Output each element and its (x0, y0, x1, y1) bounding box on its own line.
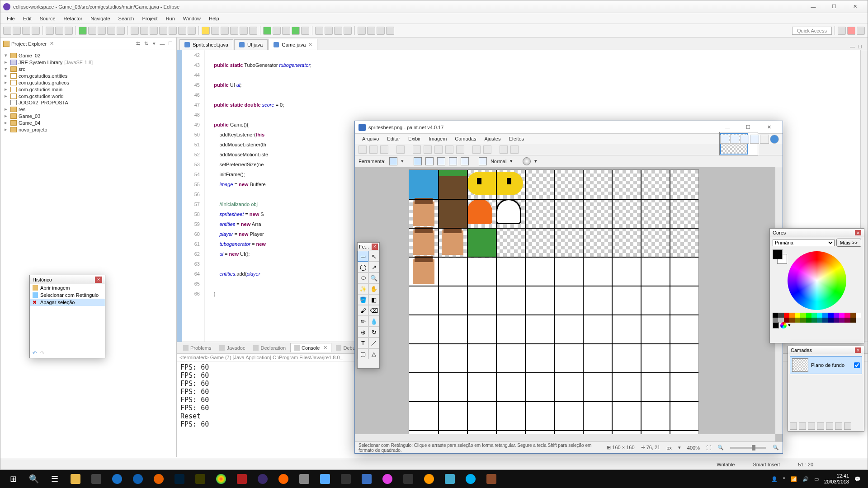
menu-search[interactable]: Search (115, 15, 138, 22)
crop-icon[interactable] (445, 145, 453, 154)
toolbar-button[interactable] (240, 27, 248, 35)
antialias-icon[interactable] (523, 157, 531, 165)
canvas-viewport[interactable] (355, 167, 783, 441)
perspective-button[interactable] (838, 27, 846, 35)
close-panel-icon[interactable]: × (855, 347, 861, 353)
history-item-selected[interactable]: ✖Apagar seleção (30, 299, 105, 306)
toolbar-button[interactable] (202, 27, 210, 35)
editor-tab[interactable]: UI.java (234, 39, 268, 50)
palette-swatch[interactable] (789, 313, 795, 318)
toolbar-button[interactable] (107, 27, 115, 35)
tree-item[interactable]: novo_projeto (19, 127, 47, 132)
taskbar-app[interactable] (148, 470, 169, 488)
palette-swatch[interactable] (800, 313, 806, 318)
color-palette[interactable] (773, 313, 861, 323)
palette-swatch[interactable] (822, 318, 828, 323)
minimize-button[interactable]: — (803, 2, 823, 12)
tree-item[interactable]: JOGO#2_PROPOSTA (19, 100, 68, 105)
tool-text[interactable]: T (358, 338, 368, 348)
grid-icon[interactable] (500, 145, 508, 154)
taskbar-app[interactable] (190, 470, 211, 488)
menu-run[interactable]: Run (162, 15, 179, 22)
eclipse-titlebar[interactable]: eclipse-workspace - Game_03/src/com/gcst… (0, 0, 868, 13)
toolbar-button[interactable] (159, 27, 167, 35)
menu-file[interactable]: File (3, 15, 19, 22)
zoom-in-icon[interactable]: 🔍 (773, 445, 779, 450)
menu-efeitos[interactable]: Efeitos (505, 136, 528, 142)
menu-refactor[interactable]: Refactor (60, 15, 86, 22)
palette-swatch[interactable] (806, 318, 811, 323)
palette-swatch[interactable] (850, 318, 856, 323)
palette-swatch[interactable] (850, 313, 856, 318)
toolbar-button[interactable] (169, 27, 177, 35)
toolbar-button[interactable] (344, 27, 352, 35)
menu-source[interactable]: Source (36, 15, 59, 22)
tray-lang-icon[interactable]: ▭ (814, 476, 819, 482)
toolbar-button[interactable] (65, 27, 73, 35)
tray-volume-icon[interactable]: 🔊 (802, 476, 809, 482)
menu-edit[interactable]: Edit (19, 15, 35, 22)
close-button[interactable]: ✕ (759, 122, 779, 132)
toolbar-button[interactable] (211, 27, 219, 35)
tree-item[interactable]: JRE System Library (19, 60, 62, 65)
tool-line[interactable]: ／ (368, 338, 379, 348)
toolbar-button[interactable] (263, 27, 271, 35)
more-colors-button[interactable]: Mais >> (836, 239, 861, 247)
javadoc-tab[interactable]: Javadoc (216, 344, 249, 352)
selection-mode-intersect[interactable] (449, 157, 457, 165)
taskbar-app[interactable] (356, 470, 377, 488)
save-icon[interactable] (380, 145, 388, 154)
search-button[interactable]: 🔍 (24, 470, 44, 488)
tree-toggle[interactable]: ▸ (3, 59, 9, 65)
tree-toggle[interactable]: ▸ (3, 86, 9, 92)
tree-item[interactable]: com.gcstudios.graficos (19, 80, 69, 85)
history-item[interactable]: Selecionar com Retângulo (30, 291, 105, 299)
color-primary-select[interactable]: Primária (773, 239, 835, 246)
delete-layer-icon[interactable] (799, 422, 806, 430)
menu-navigate[interactable]: Navigate (87, 15, 113, 22)
toolbar-button[interactable] (46, 27, 54, 35)
toolbar-button[interactable] (55, 27, 63, 35)
menu-project[interactable]: Project (138, 15, 161, 22)
layer-row[interactable]: Plano de fundo (790, 356, 862, 374)
history-panel[interactable]: Histórico× Abrir imagem Selecionar com R… (29, 275, 105, 358)
collapse-all-icon[interactable]: ⇆ (135, 41, 141, 47)
palette-swatch[interactable] (822, 313, 828, 318)
taskbar-app[interactable] (127, 470, 148, 488)
toolbar-button[interactable] (358, 27, 366, 35)
palette-swatch[interactable] (839, 318, 844, 323)
toolbar-button[interactable] (292, 27, 300, 35)
palette-swatch[interactable] (828, 318, 834, 323)
close-panel-icon[interactable]: × (95, 277, 102, 283)
tree-toggle[interactable]: ▸ (3, 73, 9, 79)
tool-lasso[interactable]: ◯ (358, 262, 368, 272)
dropdown-icon[interactable]: ▾ (534, 158, 537, 164)
colors-panel[interactable]: Cores× Primária Mais >> ▾ (769, 228, 864, 343)
redo-icon[interactable] (483, 145, 491, 154)
close-button[interactable]: ✕ (845, 2, 865, 12)
tree-item[interactable]: com.gcstudios.main (19, 87, 62, 92)
tool-eraser[interactable]: ⌫ (368, 305, 379, 316)
editor-tab-active[interactable]: Game.java✕ (269, 39, 317, 50)
toolbar-button[interactable] (22, 27, 30, 35)
dropdown-icon[interactable]: ▾ (401, 158, 404, 164)
taskbar-app[interactable] (315, 470, 335, 488)
console-tab[interactable]: Console✕ (290, 343, 331, 352)
menu-help[interactable]: Help (205, 15, 223, 22)
close-tab-icon[interactable]: ✕ (323, 345, 327, 351)
palette-swatch[interactable] (844, 313, 850, 318)
add-layer-icon[interactable] (790, 422, 797, 430)
tray-clock[interactable]: 12:41 20/03/2018 (824, 473, 849, 485)
close-view-icon[interactable]: ✕ (50, 41, 54, 47)
taskbar-app[interactable] (294, 470, 315, 488)
taskbar-app[interactable] (65, 470, 86, 488)
toolbar-button[interactable] (13, 27, 21, 35)
toolbar-button[interactable] (221, 27, 229, 35)
cut-icon[interactable] (413, 145, 421, 154)
menu-arquivo[interactable]: Arquivo (359, 136, 382, 142)
flood-mode-icon[interactable] (479, 157, 487, 165)
menu-camadas[interactable]: Camadas (451, 136, 480, 142)
selection-mode-invert[interactable] (461, 157, 469, 165)
close-tab-icon[interactable]: ✕ (308, 42, 312, 47)
palette-swatch[interactable] (806, 313, 811, 318)
